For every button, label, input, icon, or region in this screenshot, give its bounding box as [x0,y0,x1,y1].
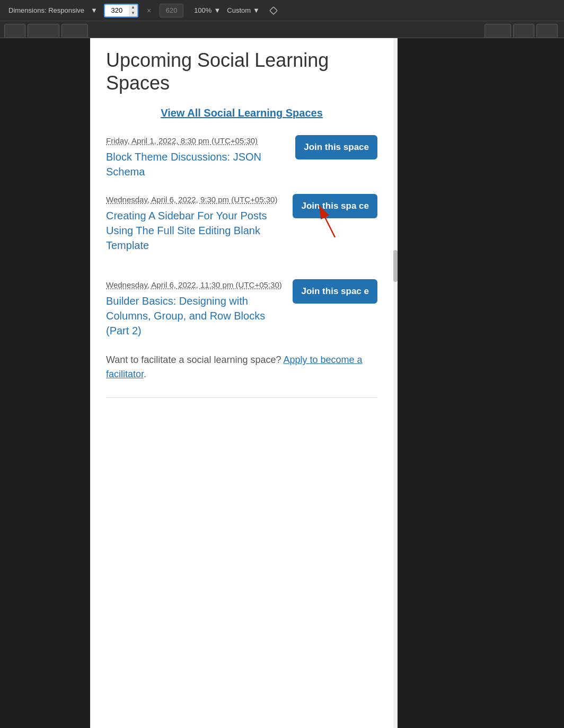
space-info-2: Wednesday, April 6, 2022, 9:30 pm (UTC+0… [106,194,286,253]
content-area: Upcoming Social Learning Spaces View All… [90,38,398,419]
tab-6[interactable] [536,24,558,38]
space-item-1: Friday, April 1, 2022, 8:30 pm (UTC+05:3… [106,135,377,179]
tab-2[interactable] [28,24,59,38]
custom-control[interactable]: Custom ▼ [227,6,260,14]
main-area: Upcoming Social Learning Spaces View All… [0,38,564,728]
page-title: Upcoming Social Learning Spaces [106,49,377,94]
space-date-2: Wednesday, April 6, 2022, 9:30 pm (UTC+0… [106,194,286,205]
zoom-dropdown-symbol: ▼ [214,6,221,14]
svg-rect-0 [270,6,277,14]
width-spinners: ▲ ▼ [129,5,137,16]
rotate-icon [268,5,279,16]
space-item-2: Wednesday, April 6, 2022, 9:30 pm (UTC+0… [106,194,377,253]
width-input[interactable] [105,5,129,16]
facilitator-end: . [144,369,146,379]
zoom-control[interactable]: 100% ▼ [194,6,221,14]
dimension-separator: × [147,6,151,15]
custom-dropdown-symbol: ▼ [253,6,260,14]
dimensions-dropdown-symbol: ▼ [91,6,98,14]
dimensions-label: Dimensions: Responsive [8,6,84,14]
join-button-2[interactable]: Join this spa ce [293,194,377,218]
space-title-2[interactable]: Creating A Sidebar For Your Posts Using … [106,208,286,253]
width-spinner-down[interactable]: ▼ [129,11,137,16]
space-title-3[interactable]: Builder Basics: Designing with Columns, … [106,294,286,338]
facilitator-text: Want to facilitate a social learning spa… [106,354,281,365]
right-panel [398,38,564,728]
tab-bar [0,21,564,38]
tab-4[interactable] [484,24,511,38]
height-input[interactable] [160,4,183,17]
view-all-link[interactable]: View All Social Learning Spaces [106,107,377,119]
viewport-scrollbar[interactable] [393,38,398,728]
space-date-3: Wednesday, April 6, 2022, 11:30 pm (UTC+… [106,279,286,290]
space-info-3: Wednesday, April 6, 2022, 11:30 pm (UTC+… [106,279,286,338]
tab-5[interactable] [513,24,534,38]
viewport-frame: Upcoming Social Learning Spaces View All… [90,38,398,728]
space-title-1[interactable]: Block Theme Discussions: JSON Schema [106,149,289,179]
tab-3[interactable] [61,24,88,38]
zoom-label: 100% [194,6,212,14]
scrollbar-thumb[interactable] [393,250,398,282]
width-input-wrapper: ▲ ▼ [104,4,138,17]
custom-label: Custom [227,6,251,14]
toolbar: Dimensions: Responsive ▼ ▲ ▼ × 100% ▼ Cu… [0,0,564,21]
left-panel [0,38,90,728]
facilitator-section: Want to facilitate a social learning spa… [106,353,377,381]
tab-1[interactable] [4,24,25,38]
space-item-3: Wednesday, April 6, 2022, 11:30 pm (UTC+… [106,279,377,338]
rotate-icon-button[interactable] [266,3,281,18]
join-button-1[interactable]: Join this space [295,135,377,159]
space-date-1: Friday, April 1, 2022, 8:30 pm (UTC+05:3… [106,135,289,146]
join-btn-2-wrapper: Join this spa ce [293,194,377,218]
join-button-3[interactable]: Join this spac e [293,279,377,304]
bottom-divider [106,397,377,398]
space-info-1: Friday, April 1, 2022, 8:30 pm (UTC+05:3… [106,135,289,179]
width-spinner-up[interactable]: ▲ [129,5,137,11]
